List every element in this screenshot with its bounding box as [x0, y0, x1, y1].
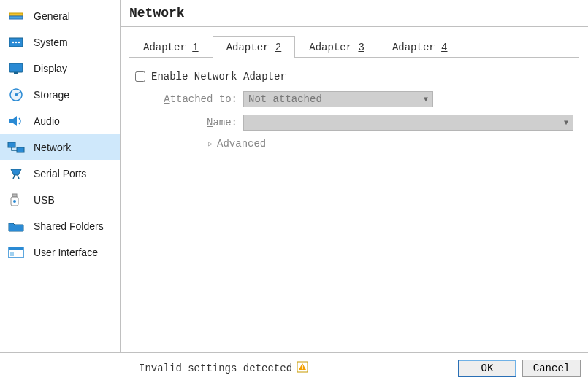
sidebar-item-label: USB [34, 194, 55, 206]
attached-to-value: Not attached [248, 93, 322, 105]
tab-adapter-4[interactable]: Adapter 4 [378, 36, 462, 58]
triangle-right-icon: ▷ [208, 139, 213, 148]
svg-point-4 [15, 42, 17, 43]
user-interface-icon [6, 242, 26, 263]
svg-point-5 [18, 42, 20, 43]
enable-network-adapter-checkbox[interactable] [135, 71, 145, 82]
sidebar-item-system[interactable]: System [0, 29, 120, 55]
svg-rect-6 [9, 63, 23, 72]
sidebar-item-label: General [34, 10, 70, 22]
usb-icon [6, 190, 26, 210]
name-select: ▼ [243, 115, 573, 131]
network-icon [6, 137, 26, 158]
tab-adapter-2[interactable]: Adapter 2 [213, 36, 296, 58]
attached-to-select: Not attached ▼ [243, 91, 433, 107]
svg-point-3 [12, 42, 14, 43]
svg-rect-11 [8, 142, 15, 147]
page-title: Network [121, 0, 588, 27]
adapter-tabs: Adapter 1 Adapter 2 Adapter 3 Adapter 4 [129, 36, 579, 58]
advanced-label: Advanced [217, 138, 266, 150]
tab-body: Enable Network Adapter Attached to: Not … [121, 58, 588, 163]
sidebar-item-label: Audio [34, 115, 60, 127]
cancel-button[interactable]: Cancel [522, 360, 581, 377]
status-message: Invalid settings detected [139, 361, 308, 376]
svg-rect-7 [14, 72, 18, 74]
sidebar-item-display[interactable]: Display [0, 55, 120, 82]
ok-button[interactable]: OK [458, 360, 516, 377]
name-label: Name: [135, 117, 237, 128]
svg-rect-8 [12, 74, 20, 74]
system-icon [6, 32, 26, 53]
sidebar-item-label: Shared Folders [34, 220, 104, 232]
warning-icon [297, 361, 308, 376]
svg-rect-0 [9, 13, 23, 16]
sidebar-item-usb[interactable]: USB [0, 187, 120, 213]
sidebar-item-general[interactable]: General [0, 3, 120, 29]
serial-ports-icon [6, 163, 26, 184]
general-icon [6, 6, 26, 26]
sidebar-item-label: Network [34, 142, 71, 153]
sidebar-item-label: Display [34, 63, 67, 74]
sidebar-item-label: User Interface [34, 247, 98, 258]
attached-to-label: Attached to: [135, 93, 237, 105]
sidebar-item-network[interactable]: Network [0, 134, 120, 160]
svg-rect-21 [302, 368, 302, 368]
sidebar-item-label: Storage [34, 89, 69, 101]
shared-folders-icon [6, 216, 26, 236]
svg-rect-18 [10, 252, 14, 256]
svg-point-15 [13, 200, 16, 203]
settings-sidebar: General System Display Storage [0, 0, 121, 352]
display-icon [6, 58, 26, 79]
svg-rect-17 [9, 247, 23, 250]
sidebar-item-storage[interactable]: Storage [0, 82, 120, 108]
svg-rect-20 [302, 365, 302, 368]
audio-icon [6, 111, 26, 131]
footer: Invalid settings detected OK Cancel [0, 352, 588, 383]
tab-adapter-1[interactable]: Adapter 1 [129, 36, 213, 58]
sidebar-item-serial-ports[interactable]: Serial Ports [0, 160, 120, 187]
enable-network-adapter-label: Enable Network Adapter [151, 71, 286, 82]
content-pane: Network Adapter 1 Adapter 2 Adapter 3 Ad… [121, 0, 588, 352]
tab-adapter-3[interactable]: Adapter 3 [295, 36, 378, 58]
svg-rect-12 [17, 147, 24, 152]
chevron-down-icon: ▼ [424, 96, 428, 104]
svg-rect-13 [12, 194, 17, 197]
storage-icon [6, 85, 26, 105]
advanced-expander[interactable]: ▷ Advanced [208, 138, 573, 150]
svg-rect-1 [9, 16, 23, 19]
sidebar-item-user-interface[interactable]: User Interface [0, 239, 120, 266]
sidebar-item-audio[interactable]: Audio [0, 108, 120, 134]
sidebar-item-shared-folders[interactable]: Shared Folders [0, 213, 120, 239]
sidebar-item-label: Serial Ports [34, 168, 86, 179]
chevron-down-icon: ▼ [564, 119, 568, 127]
sidebar-item-label: System [34, 36, 68, 48]
